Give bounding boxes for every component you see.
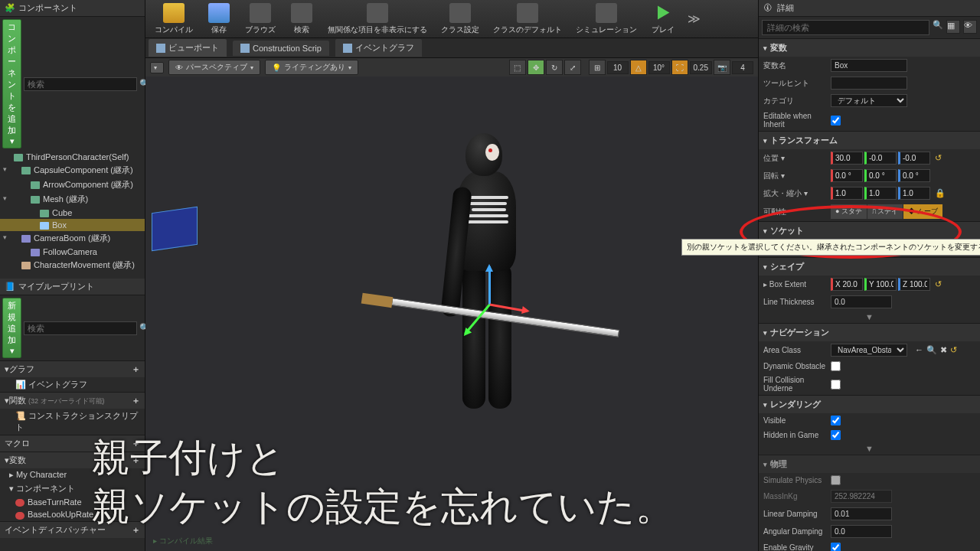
reset-icon[interactable]: ↺ <box>935 153 942 163</box>
simulate-physics-checkbox[interactable] <box>831 475 841 485</box>
snap-scale-value[interactable]: 0.25 <box>690 61 712 74</box>
snap-grid-icon[interactable]: ⊞ <box>589 60 606 75</box>
scale-mode-icon[interactable]: ⤢ <box>564 60 581 75</box>
section-eventdispatchers[interactable]: イベントディスパッチャー＋ <box>0 521 145 538</box>
tooltip-input[interactable] <box>831 77 907 90</box>
details-title: 詳細 <box>777 2 794 14</box>
mobility-toggle: ● スタテ ⎍ ステイ ◆ ムーブ <box>831 204 942 219</box>
reset-icon[interactable]: ↺ <box>950 345 957 355</box>
lit-mode-dropdown[interactable]: 💡 ライティングあり <box>265 60 358 75</box>
tree-item-ThirdPersonCharacter-Self-[interactable]: ThirdPersonCharacter(Self) <box>0 151 145 163</box>
socket-tooltip: 別の親ソケットを選択してください。継承されたコンポーネントのソケットを変更するこ… <box>681 239 980 256</box>
toolbar-simulation-button[interactable]: シミュレーション <box>570 2 643 37</box>
details-icon: 🛈 <box>763 3 774 14</box>
toolbar-classsettings-button[interactable]: クラス設定 <box>435 2 485 37</box>
toolbar-hideunrelated-button[interactable]: 無関係な項目を非表示にする <box>322 2 433 37</box>
section-variables[interactable]: ▾変数＋ <box>0 452 145 468</box>
lock-icon[interactable]: 🔒 <box>935 188 946 198</box>
section-graphs[interactable]: ▾グラフ＋ <box>0 360 145 377</box>
reset-icon[interactable]: ↺ <box>935 279 942 289</box>
blueprint-search-input[interactable] <box>24 321 137 335</box>
components-search-input[interactable] <box>24 77 137 91</box>
tree-item-FollowCamera[interactable]: FollowCamera <box>0 246 145 258</box>
category-navigation[interactable]: ナビゲーション <box>759 323 980 341</box>
toolbar-play-button[interactable]: プレイ <box>645 2 681 37</box>
category-transform[interactable]: トランスフォーム <box>759 131 980 149</box>
details-search-input[interactable] <box>762 20 929 35</box>
tree-item-CapsuleComponent-[interactable]: ▾CapsuleComponent (継承) <box>0 163 145 178</box>
translate-mode-icon[interactable]: ✥ <box>528 60 544 75</box>
toolbar-find-button[interactable]: 検索 <box>283 2 320 37</box>
camera-speed-value[interactable]: 4 <box>732 61 753 74</box>
camera-speed-icon[interactable]: 📷 <box>714 60 730 75</box>
details-panel-header: 🛈 詳細 <box>759 0 980 17</box>
expand-shape-arrow[interactable]: ▼ <box>759 311 980 323</box>
category-rendering[interactable]: レンダリング <box>759 395 980 413</box>
search-icon[interactable]: 🔍 <box>933 20 943 35</box>
plus-icon[interactable]: ＋ <box>132 364 140 375</box>
visible-checkbox[interactable] <box>831 416 841 425</box>
section-macros[interactable]: マクロ＋ <box>0 435 145 452</box>
hidden-in-game-checkbox[interactable] <box>831 430 841 440</box>
perspective-dropdown[interactable]: 👁 パースペクティブ <box>168 60 260 75</box>
tab-viewport[interactable]: ビューポート <box>149 39 227 57</box>
row-eventgraph[interactable]: 📊 イベントグラフ <box>0 377 145 392</box>
snap-rot-value[interactable]: 10° <box>648 61 670 74</box>
tree-item-Mesh-[interactable]: ▾Mesh (継承) <box>0 192 145 207</box>
tree-item-Cube[interactable]: Cube <box>0 207 145 219</box>
row-construction-script[interactable]: 📜 コンストラクションスクリプト <box>0 409 145 435</box>
angular-damping-input[interactable] <box>831 525 892 538</box>
category-socket[interactable]: ソケット <box>759 221 980 240</box>
toolbar-overflow-icon[interactable]: ≫ <box>683 11 705 26</box>
viewport-menu-dropdown[interactable] <box>150 62 164 73</box>
section-functions[interactable]: ▾関数 (32 オーバーライド可能)＋ <box>0 392 145 409</box>
toolbar-classdefaults-button[interactable]: クラスのデフォルト <box>487 2 568 37</box>
variable-name-input[interactable] <box>831 59 907 72</box>
tree-item-CameraBoom-[interactable]: ▾CameraBoom (継承) <box>0 231 145 246</box>
toolbar-save-button[interactable]: 保存 <box>201 2 237 37</box>
category-variable[interactable]: 変数 <box>759 38 980 57</box>
category-physics[interactable]: 物理 <box>759 455 980 473</box>
tree-item-ArrowComponent-[interactable]: ArrowComponent (継承) <box>0 178 145 192</box>
rotate-mode-icon[interactable]: ↻ <box>546 60 563 75</box>
variable-BaseTurnRate[interactable]: BaseTurnRate <box>0 496 145 508</box>
nav-back-icon[interactable]: ← <box>915 345 923 355</box>
plus-icon[interactable]: ＋ <box>132 524 140 536</box>
select-mode-icon[interactable]: ⬚ <box>509 60 526 75</box>
snap-scale-icon[interactable]: ⛶ <box>671 60 688 75</box>
row-components-cat[interactable]: ▾ コンポーネント <box>0 481 145 496</box>
dynamic-obstacle-checkbox[interactable] <box>831 361 841 371</box>
add-new-button[interactable]: 新規追加 ▾ <box>2 298 21 358</box>
category-shape[interactable]: シェイプ <box>759 257 980 276</box>
plus-icon[interactable]: ＋ <box>132 438 140 449</box>
matrix-icon[interactable]: ▦ <box>946 20 960 34</box>
snap-angle-icon[interactable]: △ <box>630 60 647 75</box>
area-class-select[interactable]: NavArea_Obstacle <box>831 344 907 357</box>
plus-icon[interactable]: ＋ <box>132 395 140 406</box>
tab-construction[interactable]: Construction Scrip <box>233 41 329 56</box>
clear-icon[interactable]: ✖ <box>940 345 947 355</box>
category-select[interactable]: デフォルト <box>831 94 907 107</box>
eye-icon[interactable]: 👁 <box>963 20 977 34</box>
tab-eventgraph[interactable]: イベントグラフ <box>335 39 422 57</box>
fill-collision-checkbox[interactable] <box>831 380 841 390</box>
component-tree: ThirdPersonCharacter(Self)▾CapsuleCompon… <box>0 151 145 272</box>
tree-item-Box[interactable]: Box <box>0 219 145 231</box>
linear-damping-input[interactable] <box>831 507 892 520</box>
editable-when-inherited-checkbox[interactable] <box>831 116 841 126</box>
character-mesh <box>427 133 534 424</box>
plus-icon[interactable]: ＋ <box>132 455 140 466</box>
myblueprint-title: マイブループリント <box>18 281 94 292</box>
toolbar-compile-button[interactable]: コンパイル <box>149 2 199 37</box>
row-mycharacter[interactable]: ▸ My Character <box>0 468 145 481</box>
viewport-3d[interactable]: ▸ コンパイル結果 <box>145 77 758 551</box>
add-component-button[interactable]: コンポーネントを追加 ▾ <box>2 19 21 148</box>
expand-rendering-arrow[interactable]: ▼ <box>759 442 980 455</box>
variable-BaseLookUpRate[interactable]: BaseLookUpRate <box>0 508 145 520</box>
toolbar-browse-button[interactable]: ブラウズ <box>239 2 282 37</box>
enable-gravity-checkbox[interactable] <box>831 543 841 551</box>
line-thickness-input[interactable] <box>831 295 892 308</box>
snap-pos-value[interactable]: 10 <box>607 61 629 74</box>
tree-item-CharacterMovement-[interactable]: CharacterMovement (継承) <box>0 258 145 272</box>
search-icon[interactable]: 🔍 <box>926 345 937 355</box>
